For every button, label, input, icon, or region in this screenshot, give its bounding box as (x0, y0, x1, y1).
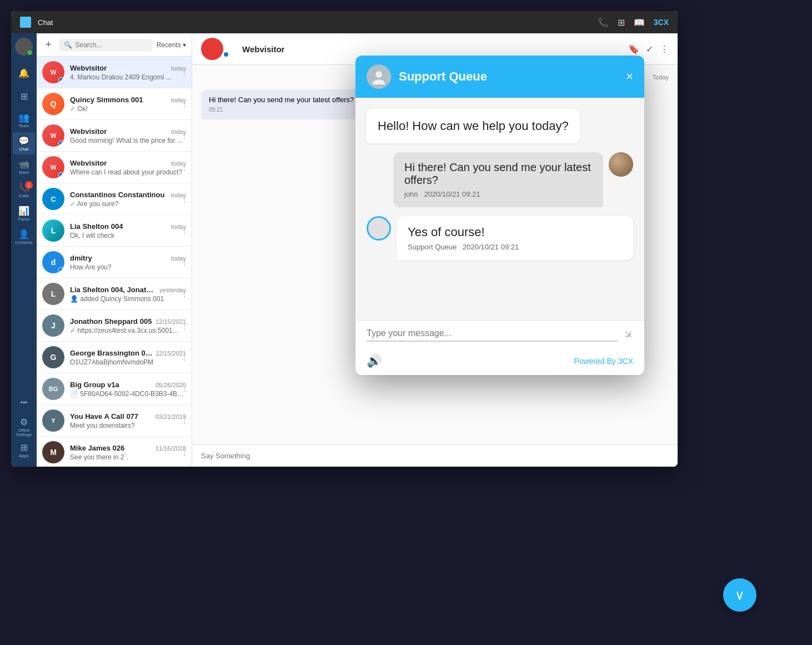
chat-avatar: W (42, 61, 64, 83)
sidebar-item-team[interactable]: 👥 Team (13, 109, 35, 131)
sidebar-item-label-team: Team (18, 124, 29, 128)
popup-avatar (367, 64, 391, 89)
chat-preview: Meet you downstairs? (70, 422, 186, 429)
sidebar-item-meet[interactable]: 📹 Meet (13, 156, 35, 178)
search-input[interactable] (76, 41, 148, 49)
chat-more-button[interactable]: ⋮ (181, 289, 188, 298)
popup-title: Support Queue (399, 69, 618, 84)
list-item[interactable]: d dmitry today How Are you? ⋮ (37, 247, 192, 278)
chat-header-actions: 🔖 ✓ ⋮ (628, 44, 669, 54)
chat-avatar: L (42, 283, 64, 305)
meet-icon: 📹 (18, 159, 29, 169)
more-icon: ••• (21, 399, 28, 407)
popup-input-area: ✈ (355, 320, 644, 349)
sidebar-item-chat[interactable]: 💬 Chat (13, 132, 35, 154)
chat-preview: Good morning! What is the price for ... (70, 137, 186, 144)
chat-more-button[interactable]: ⋮ (181, 384, 188, 393)
chat-avatar: BG (42, 378, 64, 400)
chat-info: Webvisitor today Good morning! What is t… (70, 127, 186, 144)
sidebar-item-notifications[interactable]: 🔔 (13, 62, 35, 84)
chat-info: Mike James 026 11/16/2018 See you there … (70, 444, 186, 461)
list-item[interactable]: W Webvisitor today Where can I read abou… (37, 152, 192, 183)
popup-audio-button[interactable]: 🔊 (367, 354, 382, 368)
popup-message-input[interactable] (367, 328, 618, 342)
chat-more-button[interactable]: ⋮ (181, 99, 188, 108)
sidebar-item-apps[interactable]: ⊞ Apps (13, 439, 35, 461)
sidebar-item-label-office-settings: Office Settings (13, 428, 35, 437)
list-item[interactable]: L Lia Shelton 004, Jonathon ... yesterda… (37, 278, 192, 310)
chat-icon: 💬 (18, 136, 29, 146)
chat-preview: ✓ https://zeus4test.va.3cx.us:5001... (70, 327, 186, 334)
header-online-dot (223, 52, 229, 57)
book-icon[interactable]: 📖 (634, 17, 645, 28)
chat-more-button[interactable]: ⋮ (181, 321, 188, 330)
chat-name: George Brassington 002 (70, 349, 153, 357)
list-item[interactable]: Y You Have A Call 077 03/21/2019 Meet yo… (37, 405, 192, 437)
chat-name: Quincy Simmons 001 (70, 96, 143, 104)
chat-preview: 👤 added Quincy Simmons 001 (70, 295, 186, 303)
list-item[interactable]: Q Quincy Simmons 001 today Ok! ⋮ (37, 88, 192, 120)
chat-avatar: W (42, 156, 64, 178)
popup-send-button[interactable]: ✈ (620, 327, 636, 343)
chat-more-button[interactable]: ⋮ (181, 163, 188, 172)
grid-icon[interactable]: ⊞ (618, 17, 625, 28)
brand-logo: 3CX (654, 18, 669, 27)
list-item[interactable]: M Mike James 026 11/16/2018 See you ther… (37, 437, 192, 467)
chat-name: Constantinos Constantinou (70, 191, 164, 199)
contacts-icon: 👤 (18, 229, 29, 239)
chat-more-button[interactable]: ⋮ (181, 194, 188, 203)
chat-more-button[interactable]: ⋮ (181, 258, 188, 267)
scroll-down-fab[interactable]: ∨ (723, 578, 756, 612)
chat-input[interactable] (201, 452, 669, 460)
sidebar-item-calls[interactable]: 📞 Calls 1 (13, 179, 35, 201)
chat-preview: See you there in 2`. (70, 453, 186, 461)
popup-header: Support Queue × (355, 56, 644, 98)
chat-more-button[interactable]: ⋮ (181, 226, 188, 235)
list-item[interactable]: C Constantinos Constantinou today Are yo… (37, 183, 192, 215)
add-chat-button[interactable]: + (42, 38, 55, 52)
team-icon: 👥 (18, 112, 29, 123)
chat-name: Jonathon Sheppard 005 (70, 317, 152, 326)
sidebar-item-label-calls: Calls (19, 194, 29, 198)
phone-icon[interactable]: 📞 (598, 17, 609, 28)
chat-more-button[interactable]: ⋮ (181, 353, 188, 362)
list-item[interactable]: G George Brassington 002 12/15/2021 O1UZ… (37, 342, 192, 373)
user-avatar[interactable] (15, 38, 33, 56)
chat-name: Lia Shelton 004, Jonathon ... (70, 286, 157, 294)
sidebar-item-office-settings[interactable]: ⚙ Office Settings (13, 416, 35, 438)
list-item[interactable]: J Jonathon Sheppard 005 12/15/2021 ✓ htt… (37, 310, 192, 342)
chat-avatar: G (42, 346, 64, 368)
chat-name: Webvisitor (70, 64, 107, 72)
popup-message-support: Yes of course! Support Queue 2020/10/21 … (397, 216, 633, 260)
sidebar-item-label-contacts: Contacts (15, 241, 33, 245)
chevron-down-icon: ∨ (735, 587, 745, 603)
more-options-icon[interactable]: ⋮ (660, 44, 669, 54)
list-item[interactable]: L Lia Shelton 004 today Ok, I will check… (37, 215, 192, 247)
chat-avatar: W (42, 124, 64, 147)
chat-more-button[interactable]: ⋮ (181, 68, 188, 77)
sidebar-item-panel[interactable]: 📊 Panel (13, 202, 35, 224)
list-item[interactable]: W Webvisitor today Good morning! What is… (37, 120, 192, 152)
list-item[interactable]: BG Big Group v1a 05/26/2020 📄 5F80AD64-5… (37, 373, 192, 405)
online-indicator (58, 141, 64, 146)
recents-button[interactable]: Recents ▾ (157, 41, 186, 49)
title-bar-controls: 📞 ⊞ 📖 3CX (598, 17, 669, 28)
chat-avatar: d (42, 251, 64, 273)
sidebar-item-more[interactable]: ••• (13, 392, 35, 414)
chat-more-button[interactable]: ⋮ (181, 131, 188, 140)
sidebar-item-contacts[interactable]: 👤 Contacts (13, 226, 35, 248)
chat-info: Webvisitor today Where can I read about … (70, 159, 186, 176)
list-item[interactable]: W Webvisitor today 4, Markou Drakou 2409… (37, 57, 192, 88)
checkmark-icon[interactable]: ✓ (646, 44, 653, 54)
sidebar-item-label-apps: Apps (19, 454, 29, 458)
sidebar-item-windows[interactable]: ⊞ (13, 86, 35, 108)
chat-preview: 4, Markou Drakou 2409 Engomi ... (70, 73, 186, 81)
chat-more-button[interactable]: ⋮ (181, 448, 188, 457)
chat-preview: O1UZ7AbaBjhomNvmdoPM (70, 358, 186, 366)
message-bubble: Hi there! Can you send me your latest of… (201, 89, 362, 119)
bookmark-icon[interactable]: 🔖 (628, 44, 639, 54)
chat-name: Big Group v1a (70, 381, 119, 389)
chat-more-button[interactable]: ⋮ (181, 416, 188, 425)
popup-close-button[interactable]: × (626, 71, 633, 83)
chat-preview: Are you sure? (70, 200, 186, 208)
